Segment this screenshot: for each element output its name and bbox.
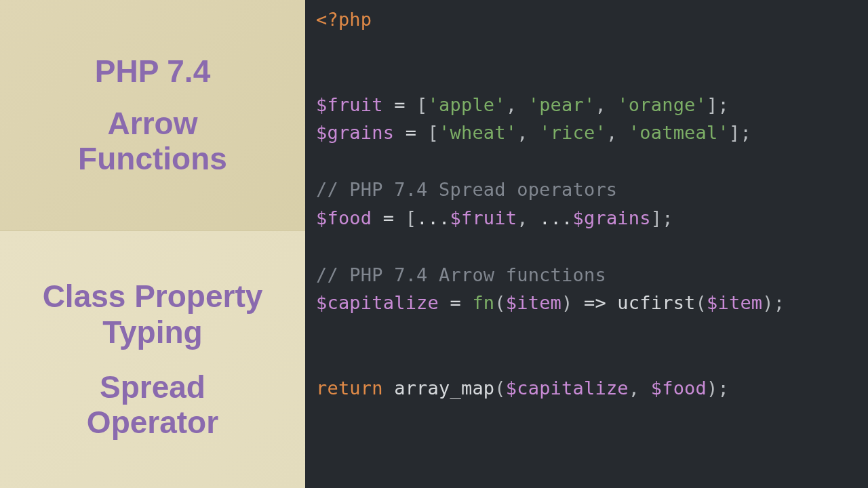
punct-lbracket: [ (406, 207, 416, 228)
str-pear: 'pear' (528, 94, 595, 115)
punct-lparen: ( (494, 378, 505, 399)
var-capitalize: $capitalize (506, 378, 629, 399)
func-array-map: array_map (394, 378, 494, 399)
punct-rbracket: ] (707, 94, 717, 115)
panel-bottom: Class Property Typing Spread Operator (0, 230, 305, 488)
code-editor[interactable]: <?php $fruit = ['apple', 'pear', 'orange… (305, 0, 868, 488)
punct-rbracket: ] (651, 207, 662, 228)
str-apple: 'apple' (428, 94, 506, 115)
punct-semi: ; (717, 378, 728, 399)
str-wheat: 'wheat' (439, 122, 517, 143)
str-oatmeal: 'oatmeal' (629, 122, 729, 143)
var-item: $item (506, 292, 561, 313)
punct-lparen: ( (696, 292, 707, 313)
op-spread: ... (539, 207, 572, 228)
op-eq: = (383, 94, 416, 115)
kw-fn: fn (472, 292, 494, 313)
var-food: $food (651, 378, 707, 399)
op-eq: = (372, 207, 405, 228)
comment-arrow: // PHP 7.4 Arrow functions (316, 264, 606, 285)
var-fruit: $fruit (316, 94, 383, 115)
punct-semi: ; (774, 292, 785, 313)
var-grains: $grains (573, 207, 651, 228)
root: PHP 7.4 Arrow Functions Class Property T… (0, 0, 868, 488)
punct-rparen: ) (707, 378, 717, 399)
punct-rparen: ) (561, 292, 572, 313)
heading-line: Spread (100, 369, 205, 405)
heading-line: Typing (102, 314, 202, 350)
var-capitalize: $capitalize (316, 292, 439, 313)
op-eq: = (394, 122, 427, 143)
heading-line: Operator (87, 405, 218, 440)
left-column: PHP 7.4 Arrow Functions Class Property T… (0, 0, 305, 488)
punct-rbracket: ] (729, 122, 740, 143)
punct-comma: , (517, 207, 539, 228)
heading-spread-operator: Spread Operator (87, 369, 218, 441)
punct-lbracket: [ (428, 122, 439, 143)
punct-semi: ; (717, 94, 728, 115)
punct-semi: ; (662, 207, 673, 228)
punct-lbracket: [ (416, 94, 427, 115)
op-eq: = (439, 292, 472, 313)
punct-comma: , (629, 378, 651, 399)
heading-line: Class Property (43, 279, 263, 314)
heading-php74: PHP 7.4 (95, 54, 210, 89)
str-rice: 'rice' (539, 122, 606, 143)
panel-top: PHP 7.4 Arrow Functions (0, 0, 305, 230)
func-ucfirst: ucfirst (617, 292, 695, 313)
punct-comma: , (595, 94, 617, 115)
heading-class-property-typing: Class Property Typing (43, 279, 263, 350)
heading-arrow-functions: Arrow Functions (78, 106, 227, 178)
op-arrow: => (573, 292, 618, 313)
var-item: $item (707, 292, 762, 313)
var-fruit: $fruit (450, 207, 517, 228)
php-open-tag: <?php (316, 9, 372, 30)
var-food: $food (316, 207, 372, 228)
kw-return: return (316, 378, 383, 399)
heading-line: Arrow (108, 106, 198, 141)
op-spread: ... (416, 207, 450, 228)
str-orange: 'orange' (617, 94, 707, 115)
var-grains: $grains (316, 122, 394, 143)
punct-comma: , (606, 122, 629, 143)
punct-semi: ; (740, 122, 751, 143)
punct-lparen: ( (494, 292, 505, 313)
punct-comma: , (506, 94, 528, 115)
comment-spread: // PHP 7.4 Spread operators (316, 179, 617, 200)
heading-line: Functions (78, 141, 227, 176)
punct-rparen: ) (762, 292, 773, 313)
punct-comma: , (517, 122, 539, 143)
code-block: <?php $fruit = ['apple', 'pear', 'orange… (316, 5, 861, 403)
